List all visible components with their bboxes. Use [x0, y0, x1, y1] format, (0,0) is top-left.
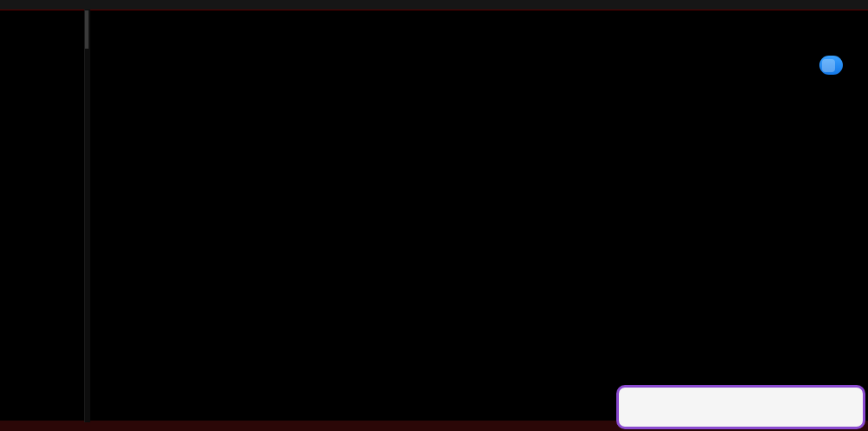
promo-logo-icon	[822, 59, 835, 72]
main-chart[interactable]	[0, 0, 868, 431]
stock-list	[0, 10, 84, 422]
scrollbar-thumb[interactable]	[85, 10, 89, 49]
stock-list-scrollbar[interactable]	[84, 10, 90, 422]
trading-app-window	[0, 0, 868, 431]
site-watermark	[616, 385, 865, 429]
promo-button[interactable]	[819, 56, 843, 75]
